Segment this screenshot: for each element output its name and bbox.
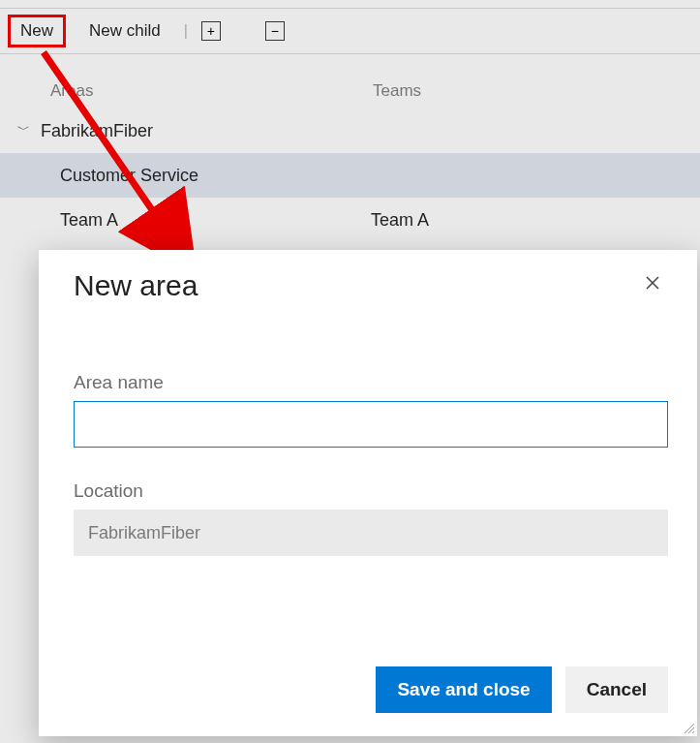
- tree-item-team: Team A: [371, 210, 700, 231]
- dialog-header: New area: [74, 269, 668, 302]
- location-label: Location: [74, 480, 668, 502]
- tree-root-row[interactable]: ﹀ FabrikamFiber: [0, 108, 700, 153]
- dialog-actions: Save and close Cancel: [376, 666, 668, 713]
- areas-tree: ﹀ FabrikamFiber Customer Service Team A …: [0, 108, 700, 242]
- close-icon[interactable]: [637, 269, 668, 301]
- toolbar-separator: |: [184, 22, 188, 40]
- toolbar: New New child | + −: [0, 8, 700, 54]
- area-name-group: Area name: [74, 372, 668, 448]
- location-input[interactable]: [74, 510, 668, 556]
- area-name-label: Area name: [74, 372, 668, 393]
- area-name-input[interactable]: [74, 401, 668, 448]
- tree-row[interactable]: Team A Team A: [0, 198, 700, 242]
- teams-column-header: Teams: [373, 81, 700, 101]
- new-child-button[interactable]: New child: [79, 17, 170, 45]
- columns-header: Areas Teams: [0, 54, 700, 108]
- resize-handle-icon: [682, 721, 695, 734]
- tree-item-label: Team A: [60, 210, 371, 231]
- tree-root-label: FabrikamFiber: [41, 121, 394, 141]
- expand-all-icon[interactable]: +: [201, 21, 221, 41]
- cancel-button[interactable]: Cancel: [565, 666, 668, 713]
- tree-row[interactable]: Customer Service: [0, 153, 700, 198]
- save-and-close-button[interactable]: Save and close: [376, 666, 551, 713]
- areas-column-header: Areas: [0, 81, 373, 101]
- collapse-all-icon[interactable]: −: [265, 21, 285, 41]
- new-area-dialog: New area Area name Location Save and clo…: [39, 250, 697, 736]
- location-group: Location: [74, 480, 668, 556]
- tree-item-label: Customer Service: [60, 166, 371, 186]
- new-button[interactable]: New: [8, 15, 66, 47]
- chevron-down-icon[interactable]: ﹀: [17, 121, 35, 139]
- dialog-title: New area: [74, 269, 198, 302]
